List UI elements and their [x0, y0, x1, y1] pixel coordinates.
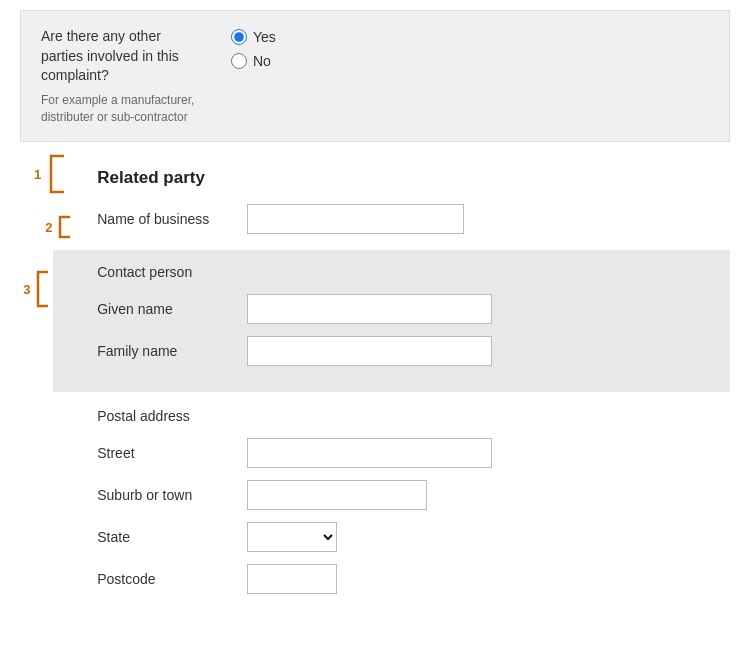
marker-3-number: 3	[23, 282, 30, 297]
postal-address-title: Postal address	[97, 408, 730, 424]
marker-2-number: 2	[45, 220, 52, 235]
marker-1-number: 1	[34, 167, 41, 182]
question-text: Are there any other parties involved in …	[41, 27, 201, 125]
postcode-label: Postcode	[97, 571, 237, 587]
street-input[interactable]	[247, 438, 492, 468]
postal-address-section: Postal address Street Suburb or town Sta…	[53, 392, 730, 594]
state-label: State	[97, 529, 237, 545]
section1-container: 1 Related party 2 Name of busine	[20, 142, 730, 606]
street-label: Street	[97, 445, 237, 461]
bracket-marker-1: 1	[34, 154, 67, 194]
name-of-business-label: Name of business	[97, 211, 237, 227]
radio-no-label: No	[253, 53, 271, 69]
street-row: Street	[97, 438, 730, 468]
state-select[interactable]: ACT NSW NT QLD SA TAS VIC WA	[247, 522, 337, 552]
bracket-marker-2: 2	[45, 215, 73, 239]
bracket-3-icon	[33, 270, 51, 308]
family-name-row: Family name	[97, 336, 716, 366]
question-hint: For example a manufacturer, distributer …	[41, 92, 201, 126]
radio-yes-input[interactable]	[231, 29, 247, 45]
radio-yes-label: Yes	[253, 29, 276, 45]
bracket-2-icon	[55, 215, 73, 239]
section2-container: 2 Name of business	[97, 204, 730, 250]
radio-no[interactable]: No	[231, 53, 276, 69]
question-box: Are there any other parties involved in …	[20, 10, 730, 142]
postcode-row: Postcode	[97, 564, 730, 594]
name-of-business-row: Name of business	[97, 204, 464, 234]
question-label: Are there any other parties involved in …	[41, 27, 201, 86]
bracket-1-icon	[45, 154, 67, 194]
radio-no-input[interactable]	[231, 53, 247, 69]
related-party-title: Related party	[97, 162, 730, 188]
radio-group: Yes No	[231, 27, 276, 69]
given-name-row: Given name	[97, 294, 716, 324]
radio-yes[interactable]: Yes	[231, 29, 276, 45]
name-of-business-input[interactable]	[247, 204, 464, 234]
contact-person-title: Contact person	[97, 264, 716, 280]
section3-container: 3 Contact person Given name Family name	[53, 250, 730, 392]
suburb-input[interactable]	[247, 480, 427, 510]
suburb-label: Suburb or town	[97, 487, 237, 503]
state-row: State ACT NSW NT QLD SA TAS VIC WA	[97, 522, 730, 552]
suburb-row: Suburb or town	[97, 480, 730, 510]
related-party-section: Related party 2 Name of business	[67, 154, 730, 606]
given-name-input[interactable]	[247, 294, 492, 324]
given-name-label: Given name	[97, 301, 237, 317]
family-name-input[interactable]	[247, 336, 492, 366]
postcode-input[interactable]	[247, 564, 337, 594]
bracket-marker-3: 3	[23, 270, 51, 308]
family-name-label: Family name	[97, 343, 237, 359]
